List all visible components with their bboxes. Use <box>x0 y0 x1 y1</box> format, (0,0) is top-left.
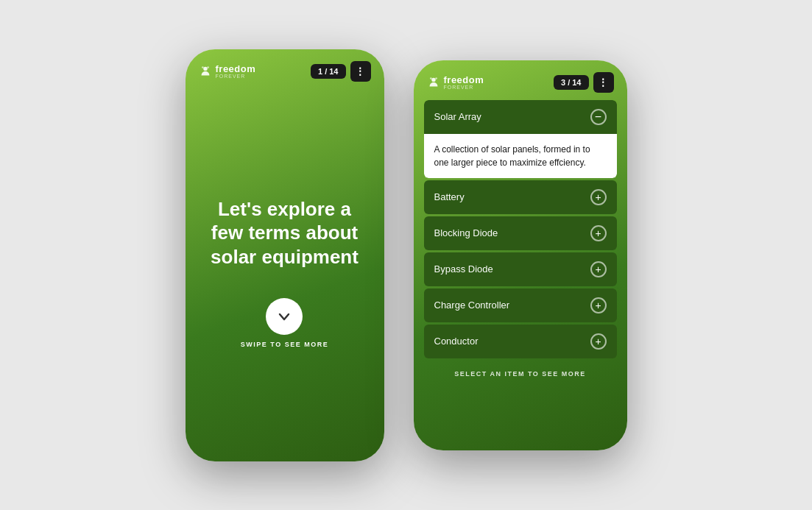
logo-text-right: freedom forever <box>444 74 484 90</box>
accordion-label-bypass-diode: Bypass Diode <box>434 263 493 275</box>
accordion-item-battery: Battery+ <box>424 180 617 214</box>
logo-text-left: freedom forever <box>216 63 256 79</box>
accordion-item-blocking-diode: Blocking Diode+ <box>424 216 617 250</box>
right-main-content: Solar Array−A collection of solar panels… <box>414 100 627 358</box>
svg-point-0 <box>203 66 207 70</box>
freedom-logo-icon-right <box>427 76 440 89</box>
phone-left: freedom forever 1 / 14 ⋮ Let's explore a… <box>186 49 384 461</box>
accordion-item-charge-controller: Charge Controller+ <box>424 288 617 322</box>
bottom-label: SELECT AN ITEM TO SEE MORE <box>414 358 627 388</box>
svg-point-3 <box>431 77 435 81</box>
accordion-header-bypass-diode[interactable]: Bypass Diode+ <box>424 252 617 286</box>
accordion-label-conductor: Conductor <box>434 336 479 347</box>
accordion-item-bypass-diode: Bypass Diode+ <box>424 252 617 286</box>
page-badge-left: 1 / 14 <box>311 64 346 79</box>
accordion-toggle-icon-blocking-diode: + <box>590 225 607 241</box>
accordion-label-charge-controller: Charge Controller <box>434 300 510 311</box>
accordion-header-charge-controller[interactable]: Charge Controller+ <box>424 288 617 322</box>
accordion-header-blocking-diode[interactable]: Blocking Diode+ <box>424 216 617 250</box>
logo-tagline-left: forever <box>216 74 256 79</box>
accordion-toggle-icon-bypass-diode: + <box>590 261 607 277</box>
menu-button-left[interactable]: ⋮ <box>350 61 371 82</box>
logo-tagline-right: forever <box>444 85 484 90</box>
page-badge-right: 3 / 14 <box>554 75 589 90</box>
svg-point-5 <box>435 77 437 79</box>
accordion-toggle-icon-solar-array: − <box>590 109 607 125</box>
accordion-item-solar-array: Solar Array−A collection of solar panels… <box>424 100 617 178</box>
svg-point-1 <box>202 66 204 68</box>
accordion-toggle-icon-conductor: + <box>590 333 607 350</box>
accordion-toggle-icon-charge-controller: + <box>590 297 607 314</box>
main-title: Let's explore a few terms about solar eq… <box>200 197 370 269</box>
top-bar-right: freedom forever 3 / 14 ⋮ <box>414 60 627 100</box>
svg-point-2 <box>207 66 209 68</box>
menu-button-right[interactable]: ⋮ <box>593 72 614 93</box>
accordion-header-conductor[interactable]: Conductor+ <box>424 325 617 358</box>
freedom-logo-icon-left <box>199 65 212 78</box>
left-main-content: Let's explore a few terms about solar eq… <box>186 89 384 457</box>
top-bar-left: freedom forever 1 / 14 ⋮ <box>186 49 384 89</box>
accordion-item-conductor: Conductor+ <box>424 325 617 358</box>
chevron-down-icon <box>276 308 292 325</box>
logo-right: freedom forever <box>427 74 484 90</box>
phone-right: freedom forever 3 / 14 ⋮ Solar Array−A c… <box>414 60 627 450</box>
logo-left: freedom forever <box>199 63 256 79</box>
accordion-body-solar-array: A collection of solar panels, formed in … <box>424 134 617 178</box>
logo-brand-left: freedom <box>216 63 256 74</box>
accordion-header-solar-array[interactable]: Solar Array− <box>424 100 617 134</box>
accordion-toggle-icon-battery: + <box>590 189 607 205</box>
badge-area-left: 1 / 14 ⋮ <box>311 61 371 82</box>
accordion-label-blocking-diode: Blocking Diode <box>434 227 498 238</box>
swipe-button[interactable] <box>266 298 303 335</box>
logo-brand-right: freedom <box>444 74 484 85</box>
badge-area-right: 3 / 14 ⋮ <box>554 72 614 93</box>
swipe-area: SWIPE TO SEE MORE <box>241 298 328 348</box>
accordion-label-battery: Battery <box>434 191 465 202</box>
accordion-list: Solar Array−A collection of solar panels… <box>424 100 617 358</box>
svg-point-4 <box>430 77 432 79</box>
accordion-label-solar-array: Solar Array <box>434 111 481 122</box>
swipe-label: SWIPE TO SEE MORE <box>241 341 328 348</box>
accordion-header-battery[interactable]: Battery+ <box>424 180 617 214</box>
